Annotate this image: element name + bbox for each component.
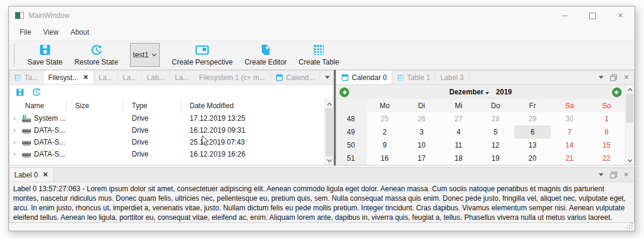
create-editor-button[interactable]: Create Editor xyxy=(239,42,293,68)
save-state-button[interactable]: Save State xyxy=(21,42,69,68)
calendar-day[interactable]: 20 xyxy=(514,152,551,165)
scroll-down-icon[interactable] xyxy=(626,156,634,165)
calendar-day[interactable]: 22 xyxy=(588,152,625,165)
column-header-date[interactable]: Date Modified xyxy=(181,99,324,112)
menu-view[interactable]: View xyxy=(37,26,64,39)
month-button[interactable]: Dezember xyxy=(449,88,488,96)
table-row[interactable]: › DATA-S... Drive 25.11.2019 07:43 xyxy=(10,136,324,148)
tab-label: Table 1 xyxy=(407,73,431,82)
calendar-vertical-scrollbar[interactable] xyxy=(625,85,634,165)
restore-state-label: Restore State xyxy=(75,58,118,66)
minimize-button[interactable] xyxy=(550,7,578,24)
tab-label-0-active[interactable]: Label 0 ✕ xyxy=(10,168,54,182)
next-month-icon[interactable] xyxy=(612,87,622,97)
tab-label: Calend... xyxy=(286,73,315,82)
menu-about[interactable]: About xyxy=(64,26,95,39)
calendar-day[interactable]: 10 xyxy=(403,139,440,152)
tab-calendar[interactable]: Calend... xyxy=(271,71,320,84)
tree-header-row: Name Size Type Date Modified xyxy=(10,99,324,112)
tab-list-dropdown-icon[interactable] xyxy=(325,76,330,79)
calendar-day[interactable]: 9 xyxy=(366,139,403,152)
table-row[interactable]: › DATA-S... Drive 16.12.2019 09:31 xyxy=(10,124,324,136)
maximize-button[interactable] xyxy=(578,7,606,24)
save-icon[interactable] xyxy=(16,88,24,97)
calendar-corner xyxy=(336,99,366,112)
calendar-day[interactable]: 17 xyxy=(403,152,440,165)
calendar-day[interactable]: 27 xyxy=(440,112,477,125)
tab-close-icon[interactable]: ✕ xyxy=(83,73,88,81)
calendar-day[interactable]: 3 xyxy=(403,125,440,139)
calendar-day-selected[interactable]: 6 xyxy=(514,125,551,139)
restore-icon[interactable] xyxy=(32,87,41,97)
tab-list-dropdown-icon[interactable] xyxy=(599,76,603,79)
calendar-day[interactable]: 7 xyxy=(551,125,588,139)
tab-table-0[interactable]: Ta... xyxy=(10,71,44,84)
tab-calendar-0-active[interactable]: Calendar 0 xyxy=(336,71,392,84)
prev-month-icon[interactable] xyxy=(339,87,349,97)
tab-table-1[interactable]: Table 1 xyxy=(392,71,436,84)
tab-filesystem-1[interactable]: Filesystem 1 (c+ m... xyxy=(194,71,271,84)
tab-close-icon[interactable]: ✕ xyxy=(42,171,48,179)
menu-file[interactable]: File xyxy=(14,26,37,39)
scrollbar-track[interactable] xyxy=(325,108,333,156)
tab-list-dropdown-icon[interactable] xyxy=(599,173,603,176)
left-dock-tabbar: Ta... Filesyst... ✕ La... La... Lab... L… xyxy=(10,71,333,85)
resize-grip[interactable] xyxy=(627,223,633,229)
tree-vertical-scrollbar[interactable] xyxy=(324,99,333,165)
calendar-day[interactable]: 14 xyxy=(551,139,588,152)
calendar-day[interactable]: 8 xyxy=(588,125,625,139)
scrollbar-thumb[interactable] xyxy=(326,108,333,156)
scrollbar-track[interactable] xyxy=(626,94,634,156)
close-dock-icon[interactable]: ✕ xyxy=(624,73,629,81)
calendar-day[interactable]: 18 xyxy=(440,152,477,165)
calendar-day[interactable]: 16 xyxy=(366,152,403,165)
calendar-day[interactable]: 2 xyxy=(366,125,403,139)
calendar-day[interactable]: 21 xyxy=(551,152,588,165)
table-row[interactable]: › System ... Drive 17 xyxy=(10,112,324,124)
column-header-type[interactable]: Type xyxy=(123,99,181,112)
table-icon xyxy=(312,44,325,56)
expand-chevron-icon[interactable]: › xyxy=(13,139,19,145)
float-dock-icon[interactable] xyxy=(610,74,617,81)
close-button[interactable]: ✕ xyxy=(606,7,634,24)
scroll-up-icon[interactable] xyxy=(325,99,333,108)
calendar-day[interactable]: 11 xyxy=(440,139,477,152)
calendar-day[interactable]: 29 xyxy=(514,112,551,125)
create-perspective-button[interactable]: Create Perspective xyxy=(166,42,239,68)
perspective-combobox[interactable]: test1 xyxy=(130,43,160,67)
calendar-day[interactable]: 13 xyxy=(514,139,551,152)
calendar-day[interactable]: 30 xyxy=(551,112,588,125)
restore-state-button[interactable]: Restore State xyxy=(69,42,124,68)
scroll-up-icon[interactable] xyxy=(626,85,634,94)
tab-label-3[interactable]: Label 3 xyxy=(435,71,469,84)
expand-chevron-icon[interactable]: › xyxy=(13,151,19,157)
tab-label-2[interactable]: La... xyxy=(118,71,142,84)
calendar-day[interactable]: 19 xyxy=(477,152,514,165)
column-header-size[interactable]: Size xyxy=(67,99,123,112)
calendar-day[interactable]: 5 xyxy=(477,125,514,139)
calendar-day[interactable]: 12 xyxy=(477,139,514,152)
title-bar: MainWindow ✕ xyxy=(9,7,634,24)
expand-chevron-icon[interactable]: › xyxy=(13,115,19,121)
table-row[interactable]: › DATA-S... Drive 16.12.2019 16:26 xyxy=(10,148,324,160)
year-button[interactable]: 2019 xyxy=(496,88,512,96)
scroll-down-icon[interactable] xyxy=(325,156,333,165)
calendar-day[interactable]: 25 xyxy=(366,112,403,125)
calendar-day[interactable]: 1 xyxy=(588,112,625,125)
close-dock-icon[interactable]: ✕ xyxy=(624,171,629,179)
tab-label: Lab... xyxy=(147,73,165,82)
tab-label-1[interactable]: La... xyxy=(94,71,118,84)
calendar-day[interactable]: 28 xyxy=(477,112,514,125)
expand-chevron-icon[interactable]: › xyxy=(13,127,19,133)
column-header-name[interactable]: Name xyxy=(10,99,67,112)
tab-filesystem-active[interactable]: Filesyst... ✕ xyxy=(44,71,94,84)
toolbar-drag-handle[interactable] xyxy=(14,44,17,66)
calendar-day[interactable]: 26 xyxy=(403,112,440,125)
tab-label-3[interactable]: Lab... xyxy=(142,71,170,84)
create-table-button[interactable]: Create Table xyxy=(293,42,345,68)
float-dock-icon[interactable] xyxy=(610,171,617,179)
scrollbar-thumb[interactable] xyxy=(626,94,633,122)
calendar-day[interactable]: 15 xyxy=(588,139,625,152)
calendar-day[interactable]: 4 xyxy=(440,125,477,139)
tab-label-4[interactable]: La... xyxy=(170,71,194,84)
